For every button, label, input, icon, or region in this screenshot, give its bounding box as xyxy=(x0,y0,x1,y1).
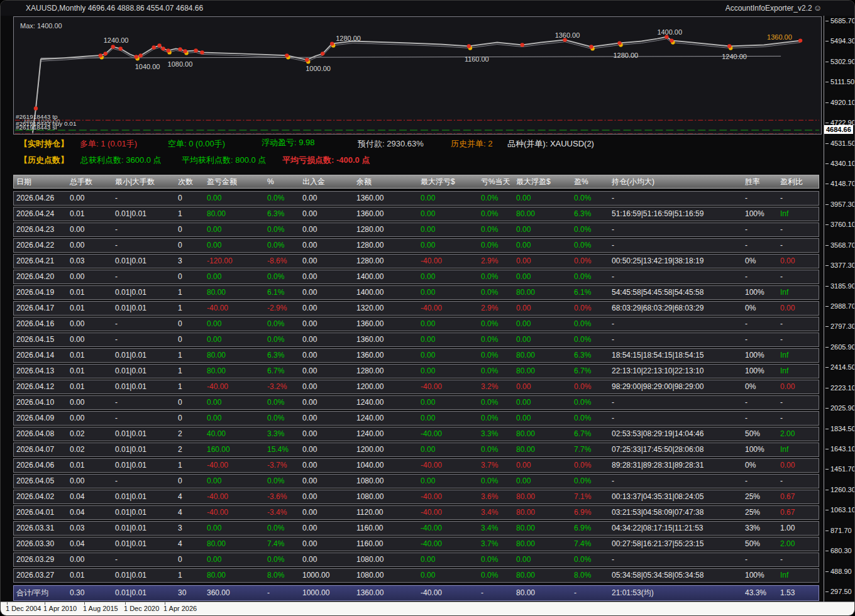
cell: 00:13:37|04:35:31|08:24:05 xyxy=(609,490,742,503)
table-row[interactable]: 2026.04.090.00-00.000.0%0.001240.000.000… xyxy=(13,411,819,426)
time-label: 1 Aug 2015 xyxy=(83,605,118,612)
table-row[interactable]: 2026.04.220.00-00.000.0%0.001280.000.000… xyxy=(13,238,819,253)
cell: 80.00 xyxy=(204,286,265,299)
table-row[interactable]: 2026.04.200.00-00.000.0%0.001400.000.000… xyxy=(13,270,819,284)
price-tick: 871.70 xyxy=(830,527,852,534)
cell: 0.00 xyxy=(300,239,354,252)
table-row[interactable]: 2026.04.060.010.01|0.011-40.00-3.7%0.001… xyxy=(13,458,819,473)
table-row[interactable]: 2026.04.080.020.01|0.01240.003.3%0.00124… xyxy=(13,427,819,441)
cell: 2.00 xyxy=(778,537,819,551)
cell: - xyxy=(609,223,742,236)
ea-smiley-icon[interactable]: ☺ xyxy=(814,3,822,13)
cell: 98:29:00|98:29:00|98:29:00 xyxy=(609,380,742,393)
table-row[interactable]: 2026.04.170.010.01|0.011-40.00-2.9%0.001… xyxy=(13,301,819,316)
cell: 0.02 xyxy=(67,443,113,456)
column-header: 胜率 xyxy=(742,175,778,188)
column-header: 最大浮盈$ xyxy=(514,175,571,188)
cell: 1360.00 xyxy=(354,207,418,221)
table-row[interactable]: 2026.04.130.010.01|0.01180.006.7%0.00128… xyxy=(13,364,819,378)
table-row[interactable]: 2026.04.150.00-00.000.0%0.001360.000.000… xyxy=(13,333,819,347)
table-row[interactable]: 2026.04.020.040.01|0.014-40.00-3.6%0.001… xyxy=(13,490,819,504)
price-tick: 4148.70 xyxy=(830,180,855,187)
cell: 0.0% xyxy=(478,475,514,488)
cell: 1000.00 xyxy=(300,586,354,600)
table-row[interactable]: 2026.04.140.010.01|0.01180.006.3%0.00136… xyxy=(13,348,819,363)
trade-dot xyxy=(111,45,115,48)
trade-dot xyxy=(321,52,324,55)
table-total-row[interactable]: 合计/平均0.300.01|0.0130360.00-1000.001360.0… xyxy=(13,585,819,601)
table-row[interactable]: 2026.03.270.010.01|0.01180.008.0%1000.00… xyxy=(13,568,819,583)
table-row[interactable]: 2026.04.100.00-00.000.0%0.001240.000.000… xyxy=(13,395,819,410)
cell: 1360.00 xyxy=(354,192,418,205)
cell: 0.0% xyxy=(478,270,514,283)
cell: 6.3% xyxy=(571,207,609,221)
cell: 0 xyxy=(175,412,204,425)
price-tick: 2797.30 xyxy=(830,322,855,330)
chart-area[interactable]: #261918443 tp#261918443 buy 0.01#2619184… xyxy=(13,16,822,135)
price-scale[interactable]: 4684.66 5685.705494.305302.905111.504920… xyxy=(824,16,855,603)
table-row[interactable]: 2026.03.310.030.01|0.0130.000.0%0.001160… xyxy=(13,521,819,536)
table-row[interactable]: 2026.04.240.010.01|0.01180.006.3%0.00136… xyxy=(13,207,819,221)
cell: 0.00 xyxy=(300,459,354,472)
table-row[interactable]: 2026.04.070.020.01|0.012160.0015.4%0.001… xyxy=(13,443,819,457)
column-header: 日期 xyxy=(14,175,67,188)
cell: 0.03 xyxy=(67,522,113,535)
cell: 80.00 xyxy=(514,365,571,378)
table-row[interactable]: 2026.04.210.030.01|0.013-120.00-8.6%0.00… xyxy=(13,254,819,268)
cell: 0.0% xyxy=(265,522,300,535)
column-header: 亏%当天 xyxy=(478,175,514,188)
table-row[interactable]: 2026.04.010.040.01|0.014-40.00-3.4%0.001… xyxy=(13,505,819,520)
cell: 0.0% xyxy=(571,223,609,236)
price-tick: 2605.90 xyxy=(830,343,855,351)
trade-dot xyxy=(119,47,123,50)
cell: 80.00 xyxy=(514,443,571,456)
price-tick: 1643.10 xyxy=(830,445,855,453)
table-row[interactable]: 2026.04.190.010.01|0.01180.006.1%0.00140… xyxy=(13,285,819,300)
cell: 2026.04.26 xyxy=(14,192,67,205)
table-row[interactable]: 2026.04.120.010.01|0.011-40.00-3.2%0.001… xyxy=(13,380,819,394)
cell: 0.00 xyxy=(204,522,265,535)
cell: 0.0% xyxy=(571,553,609,566)
cell: -3.2% xyxy=(265,380,300,393)
table-row[interactable]: 2026.04.050.00-00.000.0%0.001080.000.000… xyxy=(13,474,819,488)
time-axis[interactable]: 1 Dec 20041 Apr 20101 Aug 20151 Dec 2020… xyxy=(1,602,855,615)
trade-dot xyxy=(467,44,471,48)
cell: 2 xyxy=(175,427,204,441)
cell: - xyxy=(113,223,175,236)
trade-dot xyxy=(330,41,334,45)
cell: 2026.04.19 xyxy=(14,286,67,299)
trade-dot xyxy=(99,53,102,57)
cell: 1400.00 xyxy=(354,270,418,283)
cell: 0.00 xyxy=(300,490,354,503)
trade-dot xyxy=(166,48,170,52)
trade-dot xyxy=(152,45,155,49)
chart-min-label: Min: 1000.00 xyxy=(24,118,60,124)
table-row[interactable]: 2026.04.160.00-00.000.0%0.001360.000.000… xyxy=(13,317,819,331)
cell: 1360.00 xyxy=(354,349,418,362)
cell: 0.01 xyxy=(67,349,113,362)
cell: -40.00 xyxy=(418,459,478,472)
table-row[interactable]: 2026.04.230.00-00.000.0%0.001280.000.000… xyxy=(13,223,819,237)
cell: 0.00 xyxy=(418,443,478,456)
balance-point-label: 1160.00 xyxy=(465,55,489,63)
cell: 0.00 xyxy=(514,475,571,488)
cell: 80.00 xyxy=(514,427,571,441)
cell: -40.00 xyxy=(418,255,478,268)
table-row[interactable]: 2026.04.260.00-00.000.0%0.001360.000.000… xyxy=(13,191,819,206)
symbol-value: 品种(并单): XAUUSD(2) xyxy=(507,138,594,150)
cell: 6.9% xyxy=(571,522,609,535)
cell: 80.00 xyxy=(514,569,571,582)
cell: 15.4% xyxy=(265,443,300,456)
cell: 1360.00 xyxy=(354,586,418,600)
cell: 6.3% xyxy=(265,207,300,221)
cell: 0.0% xyxy=(571,192,609,205)
cell: -2.9% xyxy=(265,302,300,315)
cell: Inf xyxy=(778,349,819,362)
cell: 8.0% xyxy=(571,569,609,582)
cell: 1 xyxy=(175,380,204,393)
cell: -120.00 xyxy=(204,255,265,268)
table-row[interactable]: 2026.03.300.040.01|0.01480.007.4%0.00116… xyxy=(13,537,819,551)
cell: 0.0% xyxy=(478,333,514,346)
table-row[interactable]: 2026.03.290.00-00.000.0%0.001080.000.000… xyxy=(13,553,819,567)
ea-label: AccountInfoExporter_v2.2☺ xyxy=(725,3,822,13)
